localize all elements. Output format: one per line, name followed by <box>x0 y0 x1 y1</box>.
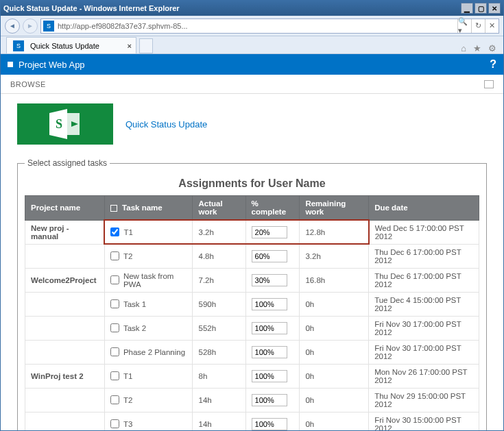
new-tab-button[interactable] <box>139 38 153 53</box>
task-checkbox[interactable] <box>110 251 119 260</box>
task-name: Task 2 <box>123 324 146 332</box>
tab-close-icon[interactable]: × <box>128 42 132 50</box>
cell-task: T1 <box>104 220 193 244</box>
cell-actual: 8h <box>193 364 245 388</box>
ribbon: BROWSE <box>1 75 503 94</box>
browser-tab[interactable]: S Quick Status Update × <box>6 37 136 53</box>
col-due: Due date <box>369 196 479 221</box>
table-row: T214h0hThu Nov 29 15:00:00 PST 2012 <box>25 388 479 412</box>
window-buttons: ▁ ▢ ✕ <box>461 3 501 14</box>
cell-pct <box>245 388 300 412</box>
col-pct: % complete <box>245 196 300 221</box>
cell-remaining: 12.8h <box>300 220 369 244</box>
task-checkbox[interactable] <box>110 227 119 236</box>
col-remaining: Remaining work <box>300 196 369 221</box>
pct-input[interactable] <box>252 250 287 262</box>
pct-input[interactable] <box>252 274 287 286</box>
toolbar-icons: ⌂ ★ ⚙ <box>461 43 503 53</box>
task-checkbox[interactable] <box>110 419 119 428</box>
tab-site-icon: S <box>13 40 24 51</box>
col-task-label: Task name <box>122 204 163 212</box>
cell-remaining: 0h <box>300 340 369 364</box>
browser-window: Quick Status Update - Windows Internet E… <box>0 0 504 431</box>
search-dropdown-icon[interactable]: 🔍▾ <box>457 19 471 33</box>
window-title: Quick Status Update - Windows Internet E… <box>3 4 461 12</box>
task-checkbox[interactable] <box>110 371 119 380</box>
task-checkbox[interactable] <box>110 275 119 284</box>
cell-project <box>25 412 105 430</box>
sharepoint-logo: S <box>17 103 113 145</box>
cell-pct <box>245 364 300 388</box>
address-bar[interactable]: S 🔍▾ ↻ ✕ <box>40 19 499 34</box>
cell-due: Fri Nov 30 15:00:00 PST 2012 <box>369 412 479 430</box>
ribbon-browse-tab[interactable]: BROWSE <box>10 80 46 88</box>
tools-icon[interactable]: ⚙ <box>488 43 496 53</box>
forward-button[interactable]: ► <box>23 19 38 34</box>
select-all-checkbox[interactable] <box>110 205 117 212</box>
refresh-icon[interactable]: ↻ <box>471 19 485 33</box>
table-row: Task 1590h0hTue Dec 4 15:00:00 PST 2012 <box>25 292 479 316</box>
fieldset-legend: Select assigned tasks <box>25 158 110 168</box>
pct-input[interactable] <box>252 418 287 430</box>
sharepoint-icon: S <box>48 109 82 139</box>
pct-input[interactable] <box>252 394 287 406</box>
task-checkbox[interactable] <box>110 347 119 356</box>
cell-pct <box>245 292 300 316</box>
table-row: T24.8h3.2hThu Dec 6 17:00:00 PST 2012 <box>25 244 479 268</box>
pct-input[interactable] <box>252 298 287 310</box>
minimize-button[interactable]: ▁ <box>461 3 473 14</box>
task-checkbox[interactable] <box>110 299 119 308</box>
back-button[interactable]: ◄ <box>5 19 20 34</box>
address-input[interactable] <box>56 20 457 32</box>
cell-remaining: 0h <box>300 364 369 388</box>
cell-task: T1 <box>104 364 193 388</box>
cell-remaining: 0h <box>300 292 369 316</box>
cell-pct <box>245 340 300 364</box>
cell-actual: 3.2h <box>193 220 245 244</box>
cell-task: New task from PWA <box>104 268 193 292</box>
cell-due: Mon Nov 26 17:00:00 PST 2012 <box>369 364 479 388</box>
cell-actual: 7.2h <box>193 268 245 292</box>
cell-actual: 528h <box>193 340 245 364</box>
pct-input[interactable] <box>252 322 287 334</box>
cell-actual: 552h <box>193 316 245 340</box>
table-row: New proj - manualT13.2h12.8hWed Dec 5 17… <box>25 220 479 244</box>
task-name: T1 <box>123 372 132 380</box>
pct-input[interactable] <box>252 226 287 238</box>
pct-input[interactable] <box>252 346 287 358</box>
cell-due: Fri Nov 30 17:00:00 PST 2012 <box>369 316 479 340</box>
col-actual: Actual work <box>193 196 245 221</box>
home-icon[interactable]: ⌂ <box>461 43 466 53</box>
pct-input[interactable] <box>252 370 287 382</box>
task-checkbox[interactable] <box>110 395 119 404</box>
cell-due: Tue Dec 4 15:00:00 PST 2012 <box>369 292 479 316</box>
favorites-icon[interactable]: ★ <box>473 43 481 53</box>
cell-task: T2 <box>104 244 193 268</box>
focus-content-icon[interactable] <box>484 80 494 88</box>
task-checkbox[interactable] <box>110 323 119 332</box>
maximize-button[interactable]: ▢ <box>475 3 487 14</box>
task-name: T2 <box>123 252 132 260</box>
table-row: Welcome2ProjectNew task from PWA7.2h16.8… <box>25 268 479 292</box>
cell-due: Fri Nov 30 17:00:00 PST 2012 <box>369 340 479 364</box>
suite-logo-icon <box>8 62 13 67</box>
stop-icon[interactable]: ✕ <box>485 19 499 33</box>
task-name: T2 <box>123 396 132 404</box>
suite-title[interactable]: Project Web App <box>19 60 85 70</box>
assignments-table: Project name Task name Actual work % com… <box>25 195 479 430</box>
cell-project: Welcome2Project <box>25 268 105 292</box>
cell-project <box>25 244 105 268</box>
help-icon[interactable]: ? <box>490 58 496 71</box>
cell-due: Thu Dec 6 17:00:00 PST 2012 <box>369 244 479 268</box>
task-name: Phase 2 Planning <box>123 348 185 356</box>
table-row: Task 2552h0hFri Nov 30 17:00:00 PST 2012 <box>25 316 479 340</box>
cell-actual: 14h <box>193 388 245 412</box>
task-name: Task 1 <box>123 300 146 308</box>
cell-actual: 590h <box>193 292 245 316</box>
cell-actual: 14h <box>193 412 245 430</box>
window-titlebar: Quick Status Update - Windows Internet E… <box>1 1 503 16</box>
table-row: Phase 2 Planning528h0hFri Nov 30 17:00:0… <box>25 340 479 364</box>
table-row: WinProj test 2T18h0hMon Nov 26 17:00:00 … <box>25 364 479 388</box>
close-window-button[interactable]: ✕ <box>488 3 501 14</box>
cell-remaining: 0h <box>300 388 369 412</box>
